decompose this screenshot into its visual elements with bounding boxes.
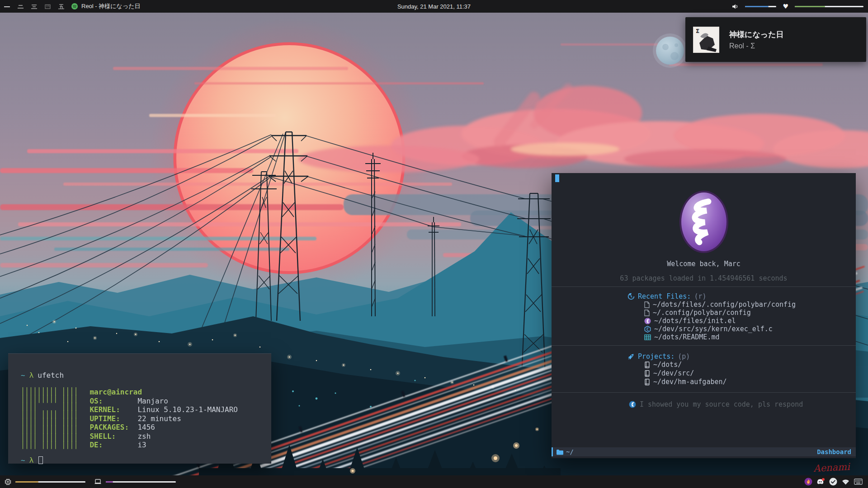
recent-file-item[interactable]: ~/dots/README.md bbox=[552, 333, 856, 341]
separator bbox=[552, 286, 856, 287]
file-icon bbox=[644, 301, 650, 308]
recent-file-item[interactable]: ~/dots/files/init.el bbox=[552, 317, 856, 325]
welcome-message: Welcome back, Marc bbox=[552, 260, 856, 268]
modeline-buffer: Dashboard bbox=[817, 448, 851, 455]
backlight-slider[interactable] bbox=[106, 481, 176, 483]
album-art: Σ bbox=[693, 27, 719, 53]
dashboard-footer: I showed you my source code, pls respond bbox=[552, 400, 856, 408]
separator bbox=[552, 345, 856, 346]
recent-file-item[interactable]: C ~/dev/src/sys/kern/exec_elf.c bbox=[552, 325, 856, 333]
sigma-symbol: Σ bbox=[696, 28, 699, 34]
terminal-window[interactable]: ~ λ ufetch │││││││││ ││││ │││││││││ ││││… bbox=[8, 353, 271, 464]
book-icon bbox=[644, 361, 650, 368]
history-icon bbox=[627, 293, 635, 300]
projects-header: Projects: (p) bbox=[552, 352, 856, 361]
keyboard-tray-icon[interactable] bbox=[854, 479, 863, 485]
kanji-four-icon bbox=[44, 3, 51, 10]
emacs-cursor bbox=[555, 174, 559, 182]
c-file-icon: C bbox=[644, 326, 651, 333]
fetch-row: DE:i3 bbox=[90, 441, 238, 450]
music-flame-tray-icon[interactable] bbox=[804, 478, 812, 486]
project-item[interactable]: ~/dev/src/ bbox=[552, 369, 856, 378]
volume-slider[interactable] bbox=[745, 6, 776, 7]
workspace-5[interactable] bbox=[54, 0, 68, 13]
desktop: Aenami Reol - 神様になった日 Sunday, 21 Mar 202… bbox=[0, 0, 868, 488]
updates-check-tray-icon[interactable] bbox=[829, 478, 837, 486]
file-icon bbox=[644, 310, 650, 316]
love-slider[interactable] bbox=[795, 6, 863, 7]
backlight-fill bbox=[106, 481, 113, 483]
fetch-row: OS:Manjaro bbox=[90, 397, 238, 406]
cpu-slider[interactable] bbox=[15, 481, 85, 483]
notification-source: Reol - Σ bbox=[729, 42, 784, 50]
workspace-3[interactable] bbox=[27, 0, 41, 13]
book-icon bbox=[644, 379, 650, 385]
notification-title: 神様になった日 bbox=[729, 29, 784, 40]
emacs-file-icon bbox=[644, 318, 651, 324]
fetch-row: UPTIME:22 minutes bbox=[90, 414, 238, 423]
now-playing[interactable]: Reol - 神様になった日 bbox=[71, 2, 141, 10]
kanji-one-icon bbox=[4, 3, 10, 10]
prompt-path: ~ bbox=[21, 371, 25, 380]
modeline-path: ~/ bbox=[566, 448, 574, 455]
ufetch-output: │││││││││ ││││ │││││││││ ││││ ││││ ││││ … bbox=[21, 388, 271, 450]
modeline-accent bbox=[552, 447, 553, 456]
fetch-row: KERNEL:Linux 5.10.23-1-MANJARO bbox=[90, 405, 238, 414]
kanji-five-icon bbox=[58, 3, 65, 10]
now-playing-label: Reol - 神様になった日 bbox=[81, 2, 141, 10]
workspace-1[interactable] bbox=[0, 0, 14, 13]
emacs-modeline: ~/ Dashboard bbox=[552, 447, 856, 456]
svg-text:C: C bbox=[646, 327, 649, 331]
speaker-icon bbox=[732, 4, 739, 9]
user-host: marc@aincrad bbox=[90, 388, 238, 397]
emacs-window[interactable]: Welcome back, Marc 63 packages loaded in… bbox=[552, 173, 856, 458]
prompt-line-active[interactable]: ~ λ bbox=[21, 456, 271, 465]
bottom-bar bbox=[0, 475, 868, 488]
book-icon bbox=[644, 370, 650, 377]
command-text: ufetch bbox=[38, 371, 64, 380]
recent-file-item[interactable]: ~/dots/files/.config/polybar/config bbox=[552, 300, 856, 309]
recent-file-item[interactable]: ~/.config/polybar/config bbox=[552, 309, 856, 317]
volume-fill bbox=[745, 6, 769, 7]
moon bbox=[653, 33, 687, 68]
top-bar: Reol - 神様になった日 Sunday, 21 Mar 2021, 11:3… bbox=[0, 0, 868, 13]
kanji-two-icon bbox=[17, 3, 24, 10]
wifi-tray-icon[interactable] bbox=[841, 479, 850, 485]
prompt-line: ~ λ ufetch bbox=[21, 371, 271, 380]
emacs-badge-icon bbox=[629, 401, 636, 408]
spotify-icon bbox=[71, 3, 78, 9]
folder-icon bbox=[556, 449, 563, 455]
kanji-three-icon bbox=[31, 3, 38, 10]
project-item[interactable]: ~/dots/ bbox=[552, 361, 856, 369]
manjaro-ascii-logo: │││││││││ ││││ │││││││││ ││││ ││││ ││││ … bbox=[21, 388, 78, 450]
fetch-row: SHELL:zsh bbox=[90, 432, 238, 441]
cpu-fill bbox=[15, 481, 38, 483]
discord-tray-icon[interactable] bbox=[816, 478, 825, 486]
recent-files-header: Recent Files: (r) bbox=[552, 292, 856, 300]
project-item[interactable]: ~/dev/hm-aufgaben/ bbox=[552, 378, 856, 386]
markdown-file-icon bbox=[644, 334, 651, 340]
heart-icon: ♥ bbox=[783, 3, 788, 10]
rocket-icon bbox=[627, 353, 635, 360]
love-fill bbox=[795, 6, 825, 7]
workspace-2[interactable] bbox=[14, 0, 27, 13]
laptop-icon bbox=[94, 479, 102, 485]
system-tray bbox=[804, 478, 868, 486]
emacs-logo bbox=[679, 190, 729, 254]
workspace-4[interactable] bbox=[41, 0, 54, 13]
cpu-icon bbox=[5, 479, 11, 485]
artist-signature: Aenami bbox=[813, 461, 851, 474]
fetch-row: PACKAGES:1456 bbox=[90, 423, 238, 432]
prompt-symbol: λ bbox=[29, 371, 34, 380]
load-info: 63 packages loaded in 1.454946561 second… bbox=[552, 274, 856, 282]
separator bbox=[552, 392, 856, 393]
terminal-cursor bbox=[38, 456, 43, 464]
music-notification[interactable]: Σ 神様になった日 Reol - Σ bbox=[685, 17, 866, 62]
